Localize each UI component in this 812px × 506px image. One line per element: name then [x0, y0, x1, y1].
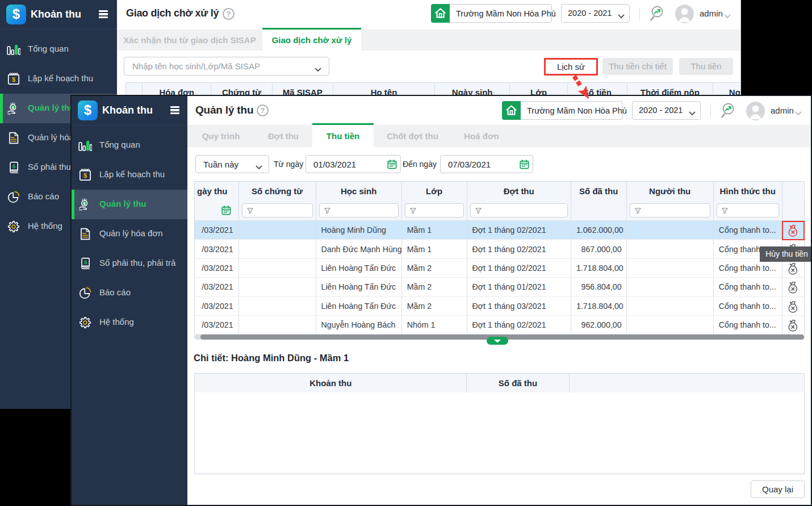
svg-text:$: $ [12, 76, 15, 83]
svg-text:$: $ [12, 163, 16, 169]
svg-text:$: $ [84, 259, 87, 265]
svg-text:$: $ [83, 172, 87, 179]
